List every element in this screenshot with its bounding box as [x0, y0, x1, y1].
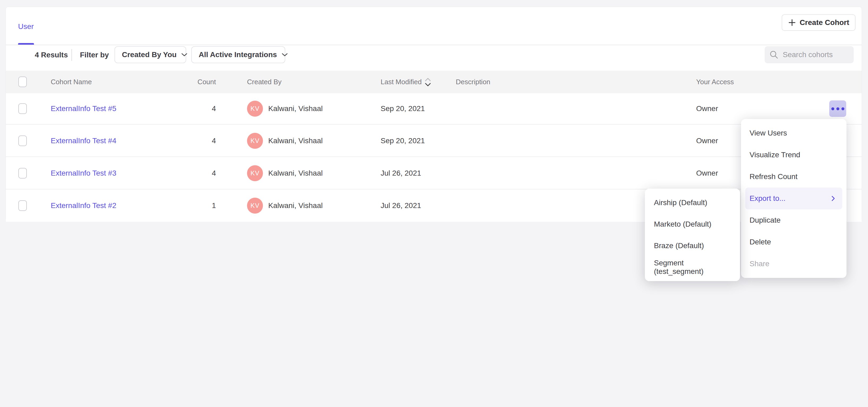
- cohort-name-link[interactable]: ExternalInfo Test #3: [51, 157, 116, 189]
- avatar: KV: [247, 165, 263, 181]
- create-cohort-label: Create Cohort: [800, 18, 849, 27]
- chevron-down-icon: [282, 53, 288, 57]
- sort-icon: [425, 77, 431, 87]
- cohort-count: 4: [176, 125, 216, 157]
- table-row: ExternalInfo Test #5 4 KV Kalwani, Visha…: [6, 93, 862, 124]
- created-by-name: Kalwani, Vishaal: [268, 201, 323, 210]
- column-header-description[interactable]: Description: [456, 71, 490, 93]
- cohorts-page: User Create Cohort 4 Results Filter by C…: [0, 0, 868, 407]
- last-modified-date: Jul 26, 2021: [381, 189, 421, 222]
- row-actions-button[interactable]: [829, 100, 846, 117]
- cohort-name-link[interactable]: ExternalInfo Test #2: [51, 189, 116, 222]
- integrations-filter-dropdown[interactable]: All Active Integrations: [191, 46, 285, 63]
- search-input[interactable]: [782, 50, 849, 59]
- select-all-checkbox[interactable]: [18, 76, 27, 87]
- column-header-created-by[interactable]: Created By: [247, 71, 282, 93]
- ellipsis-icon: [831, 107, 844, 110]
- last-modified-date: Sep 20, 2021: [381, 125, 425, 157]
- last-modified-date: Jul 26, 2021: [381, 157, 421, 189]
- table-row: ExternalInfo Test #4 4 KV Kalwani, Visha…: [6, 124, 862, 157]
- submenu-item-airship[interactable]: Airship (Default): [645, 192, 740, 213]
- menu-item-duplicate[interactable]: Duplicate: [741, 209, 846, 231]
- chevron-right-icon: [831, 195, 835, 201]
- search-icon: [770, 50, 778, 59]
- menu-item-delete[interactable]: Delete: [741, 231, 846, 253]
- submenu-item-braze[interactable]: Braze (Default): [645, 235, 740, 256]
- create-cohort-button[interactable]: Create Cohort: [782, 14, 856, 31]
- cohort-count: 1: [176, 189, 216, 222]
- menu-item-view-users[interactable]: View Users: [741, 122, 846, 144]
- column-header-cohort-name[interactable]: Cohort Name: [51, 71, 92, 93]
- last-modified-date: Sep 20, 2021: [381, 93, 425, 124]
- toolbar-divider: [71, 49, 72, 61]
- submenu-item-marketo[interactable]: Marketo (Default): [645, 213, 740, 235]
- column-header-count[interactable]: Count: [176, 71, 216, 93]
- column-header-your-access[interactable]: Your Access: [696, 71, 734, 93]
- cohort-name-link[interactable]: ExternalInfo Test #4: [51, 125, 116, 157]
- avatar: KV: [247, 198, 263, 214]
- access-value: Owner: [696, 93, 718, 124]
- table-header: Cohort Name Count Created By Last Modifi…: [6, 71, 862, 93]
- created-by-filter-dropdown[interactable]: Created By You: [115, 46, 186, 63]
- cohort-name-link[interactable]: ExternalInfo Test #5: [51, 93, 116, 124]
- tab-user[interactable]: User: [18, 22, 34, 31]
- column-header-last-modified[interactable]: Last Modified: [381, 71, 431, 93]
- access-value: Owner: [696, 125, 718, 157]
- export-to-label: Export to...: [749, 194, 785, 203]
- row-checkbox[interactable]: [18, 200, 27, 211]
- created-by-name: Kalwani, Vishaal: [268, 104, 323, 113]
- search-box[interactable]: [765, 46, 854, 63]
- access-value: Owner: [696, 157, 718, 189]
- cohort-count: 4: [176, 93, 216, 124]
- table-row: ExternalInfo Test #3 4 KV Kalwani, Visha…: [6, 156, 862, 189]
- row-checkbox[interactable]: [18, 168, 27, 179]
- row-checkbox[interactable]: [18, 135, 27, 146]
- chevron-down-icon: [181, 53, 187, 57]
- created-by-name: Kalwani, Vishaal: [268, 136, 323, 145]
- row-checkbox[interactable]: [18, 103, 27, 114]
- export-submenu: Airship (Default) Marketo (Default) Braz…: [645, 189, 740, 281]
- avatar: KV: [247, 133, 263, 149]
- integrations-filter-label: All Active Integrations: [199, 51, 277, 59]
- menu-item-refresh-count[interactable]: Refresh Count: [741, 166, 846, 188]
- avatar: KV: [247, 101, 263, 117]
- menu-item-share: Share: [741, 253, 846, 275]
- toolbar: 4 Results Filter by Created By You All A…: [6, 38, 862, 71]
- cohort-count: 4: [176, 157, 216, 189]
- menu-item-export-to[interactable]: Export to...: [745, 188, 842, 209]
- created-by-filter-label: Created By You: [122, 51, 177, 59]
- plus-icon: [788, 19, 796, 27]
- submenu-item-segment[interactable]: Segment (test_segment): [645, 256, 740, 278]
- filter-by-label: Filter by: [80, 38, 109, 71]
- created-by-name: Kalwani, Vishaal: [268, 169, 323, 178]
- row-actions-menu: View Users Visualize Trend Refresh Count…: [741, 119, 846, 278]
- menu-item-visualize-trend[interactable]: Visualize Trend: [741, 144, 846, 166]
- results-count: 4 Results: [35, 38, 68, 71]
